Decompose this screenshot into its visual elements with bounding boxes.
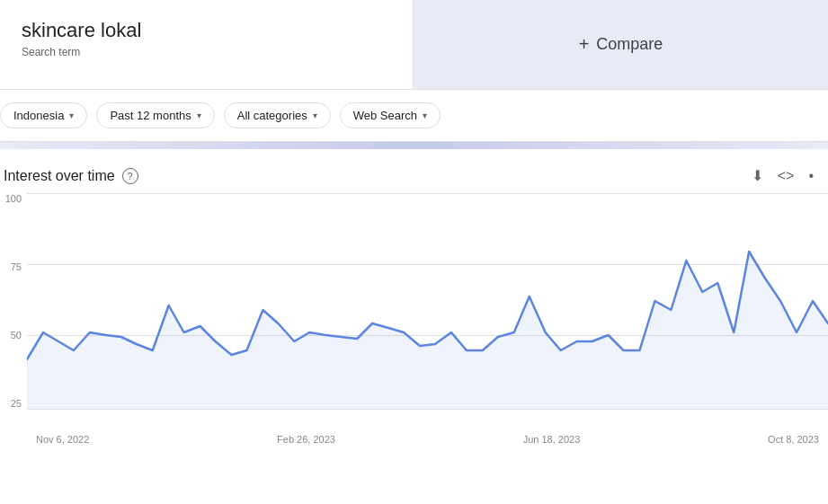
filter-arrow-search_type: ▾ xyxy=(423,111,427,120)
filter-arrow-category: ▾ xyxy=(313,111,317,120)
y-axis-labels: 100755025 xyxy=(0,193,25,409)
chart-actions: ⬇ <> • xyxy=(752,167,814,184)
filter-category[interactable]: All categories▾ xyxy=(224,102,331,128)
chart-area xyxy=(27,193,828,409)
filter-arrow-country: ▾ xyxy=(69,111,74,120)
x-axis-label: Oct 8, 2023 xyxy=(768,434,819,445)
x-axis-label: Feb 26, 2023 xyxy=(277,434,335,445)
filters-bar: Indonesia▾Past 12 months▾All categories▾… xyxy=(0,90,828,142)
compare-label: Compare xyxy=(596,35,663,54)
chart-header: Interest over time ? ⬇ <> • xyxy=(0,167,828,184)
filter-arrow-period: ▾ xyxy=(197,111,201,120)
y-axis-label: 100 xyxy=(0,193,22,204)
svg-marker-0 xyxy=(27,252,828,409)
filter-label-category: All categories xyxy=(237,109,307,122)
filter-period[interactable]: Past 12 months▾ xyxy=(96,102,214,128)
y-axis-label: 75 xyxy=(0,261,22,272)
chart-section: Interest over time ? ⬇ <> • 100755025 No… xyxy=(0,149,828,463)
x-axis-labels: Nov 6, 2022Feb 26, 2023Jun 18, 2023Oct 8… xyxy=(27,434,828,445)
filter-label-country: Indonesia xyxy=(13,109,64,122)
chart-wrapper: 100755025 Nov 6, 2022Feb 26, 2023Jun 18,… xyxy=(0,193,828,463)
trend-line-svg xyxy=(27,193,828,409)
search-term-title: skincare lokal xyxy=(22,18,391,44)
filter-label-period: Past 12 months xyxy=(110,109,191,122)
search-term-box: skincare lokal Search term xyxy=(0,0,414,89)
compare-box[interactable]: + Compare xyxy=(414,0,828,89)
compare-button[interactable]: + Compare xyxy=(579,34,663,55)
more-icon[interactable]: • xyxy=(808,168,814,184)
filter-label-search_type: Web Search xyxy=(353,109,417,122)
filter-search_type[interactable]: Web Search▾ xyxy=(340,102,441,128)
top-section: skincare lokal Search term + Compare xyxy=(0,0,828,90)
x-axis-label: Jun 18, 2023 xyxy=(523,434,581,445)
download-icon[interactable]: ⬇ xyxy=(752,167,763,184)
filter-country[interactable]: Indonesia▾ xyxy=(0,102,87,128)
y-axis-label: 25 xyxy=(0,398,22,409)
x-axis-label: Nov 6, 2022 xyxy=(36,434,89,445)
gradient-bar xyxy=(0,142,828,149)
compare-plus-icon: + xyxy=(579,34,590,55)
embed-icon[interactable]: <> xyxy=(778,168,795,184)
help-icon[interactable]: ? xyxy=(122,168,138,184)
search-term-label: Search term xyxy=(22,46,391,58)
chart-title: Interest over time xyxy=(4,168,115,184)
chart-title-area: Interest over time ? xyxy=(4,168,138,184)
y-axis-label: 50 xyxy=(0,330,22,340)
grid-line-bottom xyxy=(27,409,828,410)
